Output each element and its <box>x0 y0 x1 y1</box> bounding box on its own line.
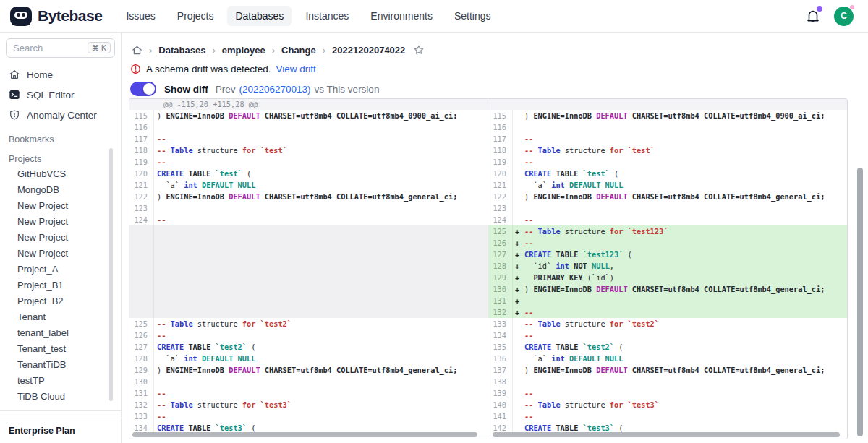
project-item[interactable]: TenantTiDB <box>0 357 121 373</box>
diff-hunk-header: @@ -115,20 +115,28 @@ <box>129 99 488 110</box>
sidebar-item-anomaly-center[interactable]: Anomaly Center <box>0 105 121 125</box>
diff-line: 123 <box>488 202 847 214</box>
breadcrumb-separator: › <box>149 45 152 56</box>
home-icon <box>9 69 20 80</box>
diff-pane-previous: @@ -115,20 +115,28 @@ 115) ENGINE=InnoDB… <box>129 99 488 439</box>
diff-line: 122) ENGINE=InnoDB DEFAULT CHARSET=utf8m… <box>129 191 488 202</box>
shield-icon <box>9 109 20 121</box>
diff-line: 136 `a` int DEFAULT NULL <box>488 353 847 364</box>
diff-line: 131+ <box>488 295 847 306</box>
diff-line: 132+-- <box>488 306 847 318</box>
diff-line: 131-- <box>129 387 488 399</box>
plan-badge: Enterprise Plan <box>0 418 121 443</box>
notification-dot <box>817 6 822 12</box>
brand-name: Bytebase <box>38 7 102 25</box>
schema-drift-alert: A schema drift was detected. View drift <box>122 56 868 74</box>
diff-line: 128+ `id` int NOT NULL, <box>488 260 847 272</box>
horizontal-scrollbar[interactable] <box>132 432 477 437</box>
show-diff-toggle[interactable] <box>130 82 156 96</box>
show-diff-label: Show diff <box>164 84 208 95</box>
project-item[interactable]: GitHubVCS <box>0 166 121 182</box>
project-item[interactable]: MongoDB <box>0 182 121 198</box>
diff-filler-block <box>129 225 488 318</box>
project-item[interactable]: New Project <box>0 246 121 262</box>
breadcrumb-version[interactable]: 20221202074022 <box>332 45 405 56</box>
project-item[interactable]: tenant_label <box>0 325 121 341</box>
project-item[interactable]: New Project <box>0 214 121 230</box>
search-box[interactable]: ⌘ K <box>6 38 115 58</box>
sidebar-scrollbar[interactable] <box>109 148 113 401</box>
breadcrumb-separator: › <box>212 45 215 56</box>
diff-line: 123 <box>129 202 488 214</box>
avatar-initial: C <box>841 11 847 21</box>
diff-line: 127+CREATE TABLE `test123` ( <box>488 249 847 260</box>
bookmark-star-icon[interactable] <box>413 44 425 56</box>
breadcrumb-change[interactable]: Change <box>281 45 316 56</box>
project-item[interactable]: TiDB Cloud <box>0 389 121 405</box>
nav-item-databases[interactable]: Databases <box>227 6 292 26</box>
project-item[interactable]: Project_B2 <box>0 293 121 309</box>
sidebar-divider <box>0 410 121 411</box>
avatar[interactable]: C <box>834 7 854 26</box>
app-window: Bytebase IssuesProjectsDatabasesInstance… <box>0 0 868 443</box>
diff-line: 127CREATE TABLE `test2` ( <box>129 341 488 353</box>
project-item[interactable]: New Project <box>0 230 121 246</box>
breadcrumb-separator: › <box>323 45 326 56</box>
search-input[interactable] <box>13 43 78 53</box>
sidebar-item-sql-editor[interactable]: SQL Editor <box>0 85 121 105</box>
diff-line: 118-- Table structure for `test` <box>129 145 488 156</box>
nav-item-issues[interactable]: Issues <box>118 6 163 26</box>
sidebar-item-home[interactable]: Home <box>0 64 121 85</box>
diff-hunk-header <box>488 99 847 110</box>
breadcrumb-home-icon[interactable] <box>132 45 142 56</box>
bytebase-logo[interactable]: Bytebase <box>10 7 102 26</box>
project-item[interactable]: New Project <box>0 198 121 214</box>
main-nav: IssuesProjectsDatabasesInstancesEnvironm… <box>118 6 498 26</box>
diff-line: 121 `a` int DEFAULT NULL <box>488 179 847 191</box>
diff-line: 125+-- Table structure for `test123` <box>488 225 847 237</box>
diff-line: 120CREATE TABLE `test` ( <box>488 168 847 179</box>
page-scrollbar[interactable] <box>857 168 863 436</box>
diff-line: 121 `a` int DEFAULT NULL <box>129 179 488 191</box>
notifications-button[interactable] <box>805 8 821 24</box>
terminal-icon <box>9 89 20 100</box>
schema-diff-viewer: @@ -115,20 +115,28 @@ 115) ENGINE=InnoDB… <box>129 98 848 439</box>
diff-line: 125-- Table structure for `test2` <box>129 318 488 330</box>
search-shortcut-badge: ⌘ K <box>88 42 111 53</box>
project-item[interactable]: Tenant <box>0 309 121 325</box>
diff-line: 119-- <box>488 156 847 168</box>
horizontal-scrollbar[interactable] <box>493 432 840 437</box>
diff-line: 122) ENGINE=InnoDB DEFAULT CHARSET=utf8m… <box>488 191 847 202</box>
diff-line: 133-- Table structure for `test2` <box>488 318 847 330</box>
view-drift-link[interactable]: View drift <box>276 64 316 74</box>
breadcrumb-employee[interactable]: employee <box>222 45 265 56</box>
diff-line: 116 <box>488 121 847 133</box>
diff-line: 132-- Table structure for `test3` <box>129 399 488 410</box>
diff-line: 118-- Table structure for `test` <box>488 145 847 156</box>
diff-line: 139-- <box>488 387 847 399</box>
diff-toolbar: Show diff Prev (202206270013) vs This ve… <box>122 74 868 96</box>
diff-line: 124-- <box>129 214 488 225</box>
nav-item-settings[interactable]: Settings <box>446 6 499 26</box>
project-item[interactable]: Project_B1 <box>0 278 121 293</box>
diff-line: 115) ENGINE=InnoDB DEFAULT CHARSET=utf8m… <box>488 110 847 121</box>
alert-text: A schema drift was detected. <box>146 64 271 74</box>
project-item[interactable]: Tenant_test <box>0 341 121 357</box>
prev-label: Prev <box>216 84 236 95</box>
nav-item-instances[interactable]: Instances <box>297 6 357 26</box>
nav-item-environments[interactable]: Environments <box>362 6 441 26</box>
breadcrumb-databases[interactable]: Databases <box>158 45 205 56</box>
diff-line: 126+-- <box>488 237 847 249</box>
projects-section-label: Projects <box>0 154 121 164</box>
sidebar-item-label: Home <box>27 69 53 80</box>
diff-line: 129) ENGINE=InnoDB DEFAULT CHARSET=utf8m… <box>129 364 488 376</box>
diff-line: 137) ENGINE=InnoDB DEFAULT CHARSET=utf8m… <box>488 364 847 376</box>
prev-version-link[interactable]: (202206270013) <box>239 84 311 95</box>
alert-icon <box>130 64 141 74</box>
diff-line: 126-- <box>129 330 488 341</box>
diff-line: 119-- <box>129 156 488 168</box>
diff-line: 129+ PRIMARY KEY (`id`) <box>488 272 847 283</box>
project-item[interactable]: Project_A <box>0 262 121 278</box>
nav-item-projects[interactable]: Projects <box>169 6 222 26</box>
project-item[interactable]: testTP <box>0 373 121 389</box>
